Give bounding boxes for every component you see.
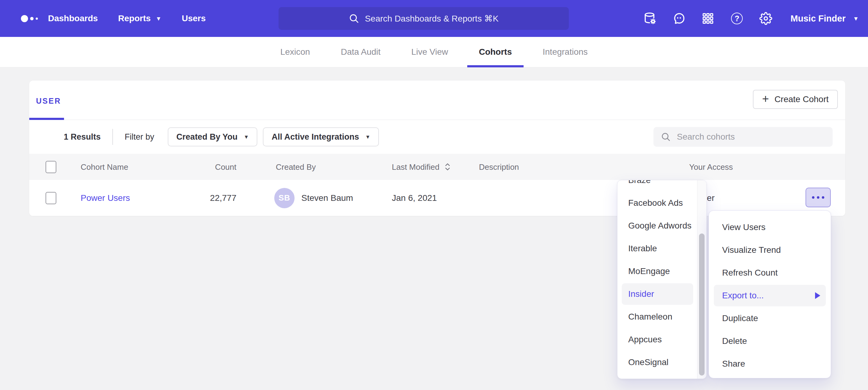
nav-reports-label: Reports [118, 13, 151, 23]
submenu-arrow-icon [815, 292, 820, 299]
nav-users[interactable]: Users [182, 13, 206, 23]
circle-dot-icon [817, 196, 819, 199]
created-by-filter-value: Created By You [176, 132, 238, 142]
menu-item-visualize-trend[interactable]: Visualize Trend [709, 239, 831, 261]
global-search-placeholder: Search Dashboards & Reports ⌘K [365, 13, 498, 24]
project-selector[interactable]: Music Finder ▼ [790, 13, 859, 24]
avatar: SB [274, 188, 294, 208]
results-count: 1 Results [64, 132, 101, 142]
apps-grid-icon[interactable] [701, 12, 715, 25]
row-context-menu: View Users Visualize Trend Refresh Count… [709, 210, 831, 378]
tab-user-cohorts[interactable]: USER [36, 97, 61, 105]
column-header-count[interactable]: Count [154, 162, 237, 172]
logo-dot-large [21, 15, 28, 22]
nav-dashboards-label: Dashboards [48, 13, 98, 23]
export-target-chameleon[interactable]: Chameleon [617, 305, 698, 328]
tab-integrations[interactable]: Integrations [541, 37, 589, 67]
active-tab-underline [29, 118, 64, 120]
menu-item-duplicate[interactable]: Duplicate [709, 307, 831, 330]
search-cohorts-placeholder: Search cohorts [677, 132, 735, 142]
select-all-checkbox[interactable] [45, 161, 56, 173]
chevron-down-icon: ▼ [365, 134, 371, 140]
integrations-filter-value: All Active Integrations [272, 132, 359, 142]
cohort-type-tabs: USER + Create Cohort [29, 80, 845, 120]
search-icon [661, 132, 671, 142]
menu-item-export-to[interactable]: Export to... [714, 285, 826, 306]
last-modified-value: Jan 6, 2021 [392, 193, 437, 203]
tab-live-view[interactable]: Live View [410, 37, 449, 67]
help-icon[interactable]: ? [730, 12, 744, 25]
top-navigation-bar: Dashboards Reports ▼ Users Search Dashbo… [0, 0, 868, 37]
submenu-scrollbar-track[interactable] [697, 180, 706, 379]
logo-dot-medium [30, 17, 34, 20]
tab-lexicon[interactable]: Lexicon [279, 37, 311, 67]
create-cohort-button[interactable]: + Create Cohort [753, 90, 838, 109]
circle-dot-icon [822, 196, 824, 199]
plus-icon: + [762, 93, 769, 105]
cohorts-card: USER + Create Cohort 1 Results Filter by… [29, 80, 845, 216]
chevron-down-icon: ▼ [853, 16, 859, 22]
project-name: Music Finder [790, 13, 845, 24]
filter-toolbar: 1 Results Filter by Created By You ▼ All… [29, 120, 845, 154]
topbar-actions: ? Music Finder ▼ [643, 0, 859, 37]
row-checkbox[interactable] [45, 192, 56, 204]
search-icon [349, 13, 359, 24]
last-modified-label: Last Modified [392, 162, 439, 172]
column-header-last-modified[interactable]: Last Modified [392, 162, 451, 172]
menu-item-refresh-count[interactable]: Refresh Count [709, 261, 831, 284]
column-header-cohort-name[interactable]: Cohort Name [81, 162, 128, 172]
question-mark-glyph: ? [731, 12, 743, 24]
created-by-filter-dropdown[interactable]: Created By You ▼ [168, 127, 257, 147]
chevron-down-icon: ▼ [244, 134, 249, 140]
export-target-insider[interactable]: Insider [622, 283, 693, 305]
tab-cohorts[interactable]: Cohorts [478, 37, 513, 67]
cohort-name-link[interactable]: Power Users [81, 193, 130, 203]
filter-by-label: Filter by [125, 132, 154, 142]
sort-icon [444, 163, 451, 171]
created-by-name: Steven Baum [301, 193, 353, 203]
feedback-icon[interactable] [672, 12, 686, 25]
cohort-count-value: 22,777 [154, 193, 237, 203]
export-target-appcues[interactable]: Appcues [617, 328, 698, 351]
column-header-your-access[interactable]: Your Access [689, 162, 733, 172]
create-cohort-label: Create Cohort [774, 94, 829, 104]
chevron-down-icon: ▼ [156, 16, 162, 22]
menu-item-view-users[interactable]: View Users [709, 216, 831, 239]
tab-data-audit[interactable]: Data Audit [340, 37, 382, 67]
table-header-row: Cohort Name Count Created By Last Modifi… [29, 154, 845, 180]
created-by-cell: SB Steven Baum [274, 188, 353, 208]
cohorts-page: Dashboards Reports ▼ Users Search Dashbo… [0, 0, 868, 390]
export-destination-submenu: Braze Facebook Ads Google Adwords Iterab… [617, 180, 707, 379]
settings-gear-icon[interactable] [759, 12, 773, 25]
mixpanel-logo[interactable] [21, 0, 38, 37]
data-management-tabs: Lexicon Data Audit Live View Cohorts Int… [0, 37, 868, 67]
divider [112, 129, 113, 145]
row-actions-button[interactable] [806, 188, 831, 207]
export-target-braze[interactable]: Braze [617, 180, 698, 192]
menu-item-delete[interactable]: Delete [709, 330, 831, 353]
logo-dot-small [36, 18, 38, 20]
global-search-input[interactable]: Search Dashboards & Reports ⌘K [279, 7, 569, 30]
nav-reports[interactable]: Reports ▼ [118, 13, 162, 23]
export-target-moengage[interactable]: MoEngage [617, 260, 698, 283]
nav-users-label: Users [182, 13, 206, 23]
nav-dashboards[interactable]: Dashboards [48, 13, 98, 23]
primary-nav: Dashboards Reports ▼ Users [48, 0, 206, 37]
column-header-description[interactable]: Description [479, 162, 519, 172]
integrations-filter-dropdown[interactable]: All Active Integrations ▼ [263, 127, 379, 147]
export-target-google-adwords[interactable]: Google Adwords [617, 215, 698, 237]
data-management-icon[interactable] [643, 12, 657, 25]
export-destination-list: Braze Facebook Ads Google Adwords Iterab… [617, 180, 698, 374]
search-cohorts-input[interactable]: Search cohorts [653, 127, 833, 147]
submenu-scrollbar-thumb[interactable] [699, 233, 705, 376]
column-header-created-by[interactable]: Created By [276, 162, 316, 172]
export-to-label: Export to... [722, 291, 764, 300]
export-target-onesignal[interactable]: OneSignal [617, 351, 698, 374]
export-target-iterable[interactable]: Iterable [617, 237, 698, 260]
export-target-facebook-ads[interactable]: Facebook Ads [617, 192, 698, 215]
menu-item-share[interactable]: Share [709, 353, 831, 375]
circle-dot-icon [812, 196, 814, 199]
